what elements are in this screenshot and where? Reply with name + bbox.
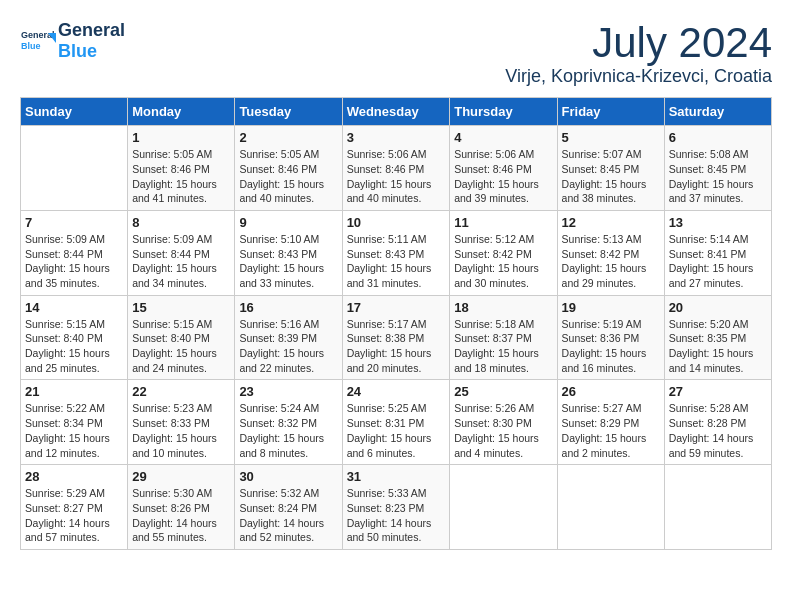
calendar-cell: 13Sunrise: 5:14 AMSunset: 8:41 PMDayligh… (664, 210, 771, 295)
cell-text: Sunrise: 5:08 AMSunset: 8:45 PMDaylight:… (669, 148, 754, 204)
logo: General Blue General Blue (20, 20, 125, 62)
day-number: 3 (347, 130, 446, 145)
cell-text: Sunrise: 5:19 AMSunset: 8:36 PMDaylight:… (562, 318, 647, 374)
cell-text: Sunrise: 5:15 AMSunset: 8:40 PMDaylight:… (132, 318, 217, 374)
calendar-cell: 23Sunrise: 5:24 AMSunset: 8:32 PMDayligh… (235, 380, 342, 465)
weekday-header-cell: Saturday (664, 98, 771, 126)
calendar-table: SundayMondayTuesdayWednesdayThursdayFrid… (20, 97, 772, 550)
day-number: 2 (239, 130, 337, 145)
calendar-cell: 5Sunrise: 5:07 AMSunset: 8:45 PMDaylight… (557, 126, 664, 211)
day-number: 8 (132, 215, 230, 230)
weekday-header-cell: Thursday (450, 98, 557, 126)
day-number: 26 (562, 384, 660, 399)
cell-text: Sunrise: 5:23 AMSunset: 8:33 PMDaylight:… (132, 402, 217, 458)
day-number: 4 (454, 130, 552, 145)
day-number: 22 (132, 384, 230, 399)
weekday-header-cell: Monday (128, 98, 235, 126)
cell-text: Sunrise: 5:17 AMSunset: 8:38 PMDaylight:… (347, 318, 432, 374)
day-number: 7 (25, 215, 123, 230)
calendar-cell: 27Sunrise: 5:28 AMSunset: 8:28 PMDayligh… (664, 380, 771, 465)
calendar-week-row: 14Sunrise: 5:15 AMSunset: 8:40 PMDayligh… (21, 295, 772, 380)
calendar-cell: 16Sunrise: 5:16 AMSunset: 8:39 PMDayligh… (235, 295, 342, 380)
calendar-cell: 17Sunrise: 5:17 AMSunset: 8:38 PMDayligh… (342, 295, 450, 380)
day-number: 11 (454, 215, 552, 230)
calendar-cell: 1Sunrise: 5:05 AMSunset: 8:46 PMDaylight… (128, 126, 235, 211)
calendar-week-row: 7Sunrise: 5:09 AMSunset: 8:44 PMDaylight… (21, 210, 772, 295)
day-number: 15 (132, 300, 230, 315)
calendar-cell: 18Sunrise: 5:18 AMSunset: 8:37 PMDayligh… (450, 295, 557, 380)
cell-text: Sunrise: 5:06 AMSunset: 8:46 PMDaylight:… (454, 148, 539, 204)
header: General Blue General Blue July 2024 Virj… (20, 20, 772, 87)
calendar-week-row: 21Sunrise: 5:22 AMSunset: 8:34 PMDayligh… (21, 380, 772, 465)
weekday-header-row: SundayMondayTuesdayWednesdayThursdayFrid… (21, 98, 772, 126)
day-number: 16 (239, 300, 337, 315)
day-number: 18 (454, 300, 552, 315)
cell-text: Sunrise: 5:09 AMSunset: 8:44 PMDaylight:… (25, 233, 110, 289)
calendar-cell (450, 465, 557, 550)
calendar-week-row: 28Sunrise: 5:29 AMSunset: 8:27 PMDayligh… (21, 465, 772, 550)
cell-text: Sunrise: 5:09 AMSunset: 8:44 PMDaylight:… (132, 233, 217, 289)
logo-general: General (58, 20, 125, 40)
cell-text: Sunrise: 5:33 AMSunset: 8:23 PMDaylight:… (347, 487, 432, 543)
cell-text: Sunrise: 5:14 AMSunset: 8:41 PMDaylight:… (669, 233, 754, 289)
day-number: 5 (562, 130, 660, 145)
cell-text: Sunrise: 5:12 AMSunset: 8:42 PMDaylight:… (454, 233, 539, 289)
weekday-header-cell: Friday (557, 98, 664, 126)
calendar-cell: 31Sunrise: 5:33 AMSunset: 8:23 PMDayligh… (342, 465, 450, 550)
weekday-header-cell: Tuesday (235, 98, 342, 126)
calendar-cell: 6Sunrise: 5:08 AMSunset: 8:45 PMDaylight… (664, 126, 771, 211)
cell-text: Sunrise: 5:27 AMSunset: 8:29 PMDaylight:… (562, 402, 647, 458)
day-number: 29 (132, 469, 230, 484)
day-number: 20 (669, 300, 767, 315)
calendar-cell: 11Sunrise: 5:12 AMSunset: 8:42 PMDayligh… (450, 210, 557, 295)
cell-text: Sunrise: 5:16 AMSunset: 8:39 PMDaylight:… (239, 318, 324, 374)
calendar-cell: 4Sunrise: 5:06 AMSunset: 8:46 PMDaylight… (450, 126, 557, 211)
month-title: July 2024 (505, 20, 772, 66)
day-number: 23 (239, 384, 337, 399)
weekday-header-cell: Sunday (21, 98, 128, 126)
calendar-cell: 26Sunrise: 5:27 AMSunset: 8:29 PMDayligh… (557, 380, 664, 465)
calendar-cell: 7Sunrise: 5:09 AMSunset: 8:44 PMDaylight… (21, 210, 128, 295)
cell-text: Sunrise: 5:07 AMSunset: 8:45 PMDaylight:… (562, 148, 647, 204)
cell-text: Sunrise: 5:18 AMSunset: 8:37 PMDaylight:… (454, 318, 539, 374)
svg-text:General: General (21, 30, 55, 40)
cell-text: Sunrise: 5:11 AMSunset: 8:43 PMDaylight:… (347, 233, 432, 289)
day-number: 12 (562, 215, 660, 230)
cell-text: Sunrise: 5:05 AMSunset: 8:46 PMDaylight:… (132, 148, 217, 204)
logo-blue: Blue (58, 41, 97, 61)
cell-text: Sunrise: 5:22 AMSunset: 8:34 PMDaylight:… (25, 402, 110, 458)
cell-text: Sunrise: 5:05 AMSunset: 8:46 PMDaylight:… (239, 148, 324, 204)
day-number: 9 (239, 215, 337, 230)
calendar-cell: 8Sunrise: 5:09 AMSunset: 8:44 PMDaylight… (128, 210, 235, 295)
cell-text: Sunrise: 5:24 AMSunset: 8:32 PMDaylight:… (239, 402, 324, 458)
calendar-cell: 19Sunrise: 5:19 AMSunset: 8:36 PMDayligh… (557, 295, 664, 380)
day-number: 31 (347, 469, 446, 484)
calendar-cell: 12Sunrise: 5:13 AMSunset: 8:42 PMDayligh… (557, 210, 664, 295)
calendar-cell (21, 126, 128, 211)
cell-text: Sunrise: 5:32 AMSunset: 8:24 PMDaylight:… (239, 487, 324, 543)
calendar-cell: 14Sunrise: 5:15 AMSunset: 8:40 PMDayligh… (21, 295, 128, 380)
day-number: 28 (25, 469, 123, 484)
cell-text: Sunrise: 5:15 AMSunset: 8:40 PMDaylight:… (25, 318, 110, 374)
cell-text: Sunrise: 5:26 AMSunset: 8:30 PMDaylight:… (454, 402, 539, 458)
calendar-body: 1Sunrise: 5:05 AMSunset: 8:46 PMDaylight… (21, 126, 772, 550)
cell-text: Sunrise: 5:28 AMSunset: 8:28 PMDaylight:… (669, 402, 754, 458)
cell-text: Sunrise: 5:29 AMSunset: 8:27 PMDaylight:… (25, 487, 110, 543)
calendar-cell: 9Sunrise: 5:10 AMSunset: 8:43 PMDaylight… (235, 210, 342, 295)
cell-text: Sunrise: 5:06 AMSunset: 8:46 PMDaylight:… (347, 148, 432, 204)
location-title: Virje, Koprivnica-Krizevci, Croatia (505, 66, 772, 87)
calendar-cell: 28Sunrise: 5:29 AMSunset: 8:27 PMDayligh… (21, 465, 128, 550)
logo-icon: General Blue (20, 23, 56, 59)
day-number: 13 (669, 215, 767, 230)
day-number: 30 (239, 469, 337, 484)
day-number: 14 (25, 300, 123, 315)
day-number: 1 (132, 130, 230, 145)
cell-text: Sunrise: 5:30 AMSunset: 8:26 PMDaylight:… (132, 487, 217, 543)
calendar-cell: 2Sunrise: 5:05 AMSunset: 8:46 PMDaylight… (235, 126, 342, 211)
day-number: 6 (669, 130, 767, 145)
weekday-header-cell: Wednesday (342, 98, 450, 126)
calendar-cell: 30Sunrise: 5:32 AMSunset: 8:24 PMDayligh… (235, 465, 342, 550)
day-number: 21 (25, 384, 123, 399)
calendar-cell (664, 465, 771, 550)
calendar-cell: 24Sunrise: 5:25 AMSunset: 8:31 PMDayligh… (342, 380, 450, 465)
